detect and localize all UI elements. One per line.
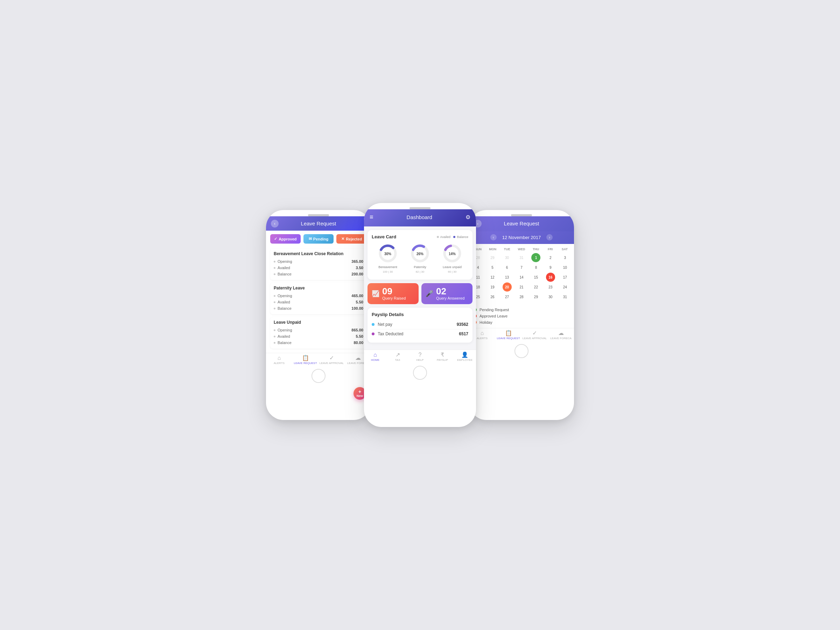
home-button-center[interactable] bbox=[413, 366, 427, 380]
employee-icon-center: 👤 bbox=[461, 352, 468, 358]
cal-cell-28[interactable]: 28 bbox=[517, 292, 526, 302]
left-phone-header: ‹ Leave Request bbox=[266, 216, 371, 231]
hamburger-icon[interactable]: ≡ bbox=[369, 213, 373, 221]
nav-employee-center[interactable]: 👤 EMPLOYEE bbox=[453, 352, 476, 362]
cal-cell-14[interactable]: 14 bbox=[517, 273, 526, 282]
alerts-icon-right: ⌂ bbox=[480, 330, 484, 336]
day-tue: TUE bbox=[500, 247, 514, 252]
nav-tax-center[interactable]: ↗ TAX bbox=[387, 352, 409, 362]
cal-cell-13[interactable]: 13 bbox=[503, 273, 512, 282]
day-sat: SAT bbox=[557, 247, 572, 252]
legend-pending: Pending Request bbox=[473, 308, 570, 312]
nav-leave-request-left[interactable]: 📋 LEAVE REQUEST bbox=[292, 355, 319, 365]
cal-next-arrow[interactable]: › bbox=[546, 234, 553, 240]
cal-cell-30[interactable]: 30 bbox=[546, 292, 555, 302]
leave-request-icon-right: 📋 bbox=[505, 330, 512, 336]
paternity-donut-sub: 82 | 30 bbox=[416, 270, 424, 273]
rejected-tab[interactable]: ✕ Rejected bbox=[336, 234, 367, 243]
nav-leave-foreca-right[interactable]: ☁ LEAVE FORECA bbox=[548, 330, 574, 340]
help-icon-center: ? bbox=[418, 352, 422, 358]
fab-plus-icon: + bbox=[358, 389, 361, 394]
cal-cell-6[interactable]: 6 bbox=[503, 263, 512, 272]
query-answered-card[interactable]: 🎤 02 Query Answered bbox=[422, 283, 472, 304]
nav-alerts-label-left: ALERTS bbox=[274, 362, 284, 365]
nav-tax-label-center: TAX bbox=[395, 358, 400, 362]
leave-list: Bereavement Leave Close Relation Opening… bbox=[266, 247, 371, 353]
cal-cell-2[interactable]: 2 bbox=[546, 253, 555, 262]
pending-tab[interactable]: ✉ Pending bbox=[303, 234, 334, 243]
cal-cell-29[interactable]: 29 bbox=[531, 292, 540, 302]
nav-help-center[interactable]: ? HELP bbox=[409, 352, 431, 362]
cal-cell-23[interactable]: 23 bbox=[546, 283, 555, 292]
cal-cell-24[interactable]: 24 bbox=[561, 283, 570, 292]
dot bbox=[274, 261, 275, 262]
left-phone-title: Leave Request bbox=[301, 221, 336, 226]
cal-cell-12[interactable]: 12 bbox=[488, 273, 497, 282]
legend-availed: Availed bbox=[437, 235, 450, 239]
cal-prev-arrow[interactable]: ‹ bbox=[490, 234, 497, 240]
unpaid-donut-label: Leave unpaid bbox=[443, 265, 462, 269]
cal-cell-1[interactable]: 1 bbox=[531, 253, 540, 262]
back-button-left[interactable]: ‹ bbox=[271, 220, 279, 227]
approved-legend-label: Approved Leave bbox=[480, 314, 507, 318]
bereavement-donut-sub: 100 | 30 bbox=[383, 270, 393, 273]
donut-svg-bereavement: 30% bbox=[377, 243, 398, 264]
home-button-right[interactable] bbox=[515, 344, 529, 358]
cal-cell-9[interactable]: 9 bbox=[546, 263, 555, 272]
cal-cell-15[interactable]: 15 bbox=[531, 273, 540, 282]
paternity-donut-label: Paternity bbox=[414, 265, 426, 269]
paternity-balance-row: Balance 100.00 bbox=[274, 305, 363, 311]
gear-icon[interactable]: ⚙ bbox=[466, 214, 471, 221]
left-phone: ‹ Leave Request ✓ Approved ✉ Pending ✕ R… bbox=[266, 210, 371, 420]
cal-cell-31-oct[interactable]: 31 bbox=[517, 253, 526, 262]
nav-leave-approval-right[interactable]: ✓ LEAVE APPROVAL bbox=[521, 330, 548, 340]
query-row: 📈 09 Query Raised 🎤 02 Query Answered bbox=[368, 283, 472, 304]
dot bbox=[274, 308, 275, 309]
cal-cell-7[interactable]: 7 bbox=[517, 263, 526, 272]
cal-cell-29-oct[interactable]: 29 bbox=[488, 253, 497, 262]
nav-help-label-center: HELP bbox=[417, 358, 424, 362]
cal-cell-21[interactable]: 21 bbox=[517, 283, 526, 292]
availed-dot bbox=[437, 236, 439, 238]
cal-cell-10[interactable]: 10 bbox=[561, 263, 570, 272]
cal-cell-31[interactable]: 31 bbox=[561, 292, 570, 302]
cal-cell-8[interactable]: 8 bbox=[531, 263, 540, 272]
nav-payslip-label-center: PAYSLIP bbox=[437, 358, 448, 362]
center-phone: ≡ Dashboard ⚙ Leave Card Availed Bal bbox=[364, 203, 476, 427]
cal-cell-22[interactable]: 22 bbox=[531, 283, 540, 292]
unpaid-opening-row: Opening 865.00 bbox=[274, 327, 363, 333]
cal-grid: SUN MON TUE WED THU FRI SAT 28 29 30 31 … bbox=[469, 244, 574, 304]
cal-cell-26[interactable]: 26 bbox=[488, 292, 497, 302]
nav-leave-request-label-right: LEAVE REQUEST bbox=[497, 337, 520, 340]
cal-cell-3[interactable]: 3 bbox=[561, 253, 570, 262]
nav-alerts-left[interactable]: ⌂ ALERTS bbox=[266, 355, 292, 365]
cal-cell-16[interactable]: 16 bbox=[546, 273, 555, 282]
home-button-left[interactable] bbox=[311, 369, 325, 383]
cal-cell-30-oct[interactable]: 30 bbox=[503, 253, 512, 262]
svg-text:30%: 30% bbox=[384, 252, 391, 256]
paternity-availed-row: Availed 5.50 bbox=[274, 299, 363, 305]
dashboard-header: ≡ Dashboard ⚙ bbox=[364, 209, 476, 226]
cal-cell-27[interactable]: 27 bbox=[503, 292, 512, 302]
cal-cell-19[interactable]: 19 bbox=[488, 283, 497, 292]
cal-cell-20[interactable]: 20 bbox=[503, 283, 512, 292]
query-raised-icon: 📈 bbox=[372, 290, 379, 297]
nav-payslip-center[interactable]: ₹ PAYSLIP bbox=[431, 352, 453, 362]
approved-tab[interactable]: ✓ Approved bbox=[270, 234, 301, 243]
nav-leave-approval-left[interactable]: ✓ LEAVE APPROVAL bbox=[319, 355, 345, 365]
dot bbox=[274, 295, 275, 297]
bereavement-title: Bereavement Leave Close Relation bbox=[274, 251, 363, 256]
cal-legend: Pending Request Approved Leave Holiday bbox=[469, 304, 574, 328]
cal-cell-17[interactable]: 17 bbox=[561, 273, 570, 282]
cal-cell-5[interactable]: 5 bbox=[488, 263, 497, 272]
legend-holiday: Holiday bbox=[473, 320, 570, 324]
nav-leave-request-right[interactable]: 📋 LEAVE REQUEST bbox=[495, 330, 521, 340]
bereavement-donut-label: Bereavement bbox=[378, 265, 397, 269]
tax-value: 6517 bbox=[459, 332, 468, 336]
query-raised-card[interactable]: 📈 09 Query Raised bbox=[368, 283, 418, 304]
day-mon: MON bbox=[485, 247, 500, 252]
payslip-title: Payslip Details bbox=[372, 312, 468, 317]
unpaid-section: Leave Unpaid Opening 865.00 Availed 5.50… bbox=[270, 317, 367, 349]
nav-home-center[interactable]: ⌂ HOME bbox=[364, 352, 387, 362]
payslip-card: Payslip Details Net pay 93562 Tax Deduct… bbox=[368, 308, 472, 343]
